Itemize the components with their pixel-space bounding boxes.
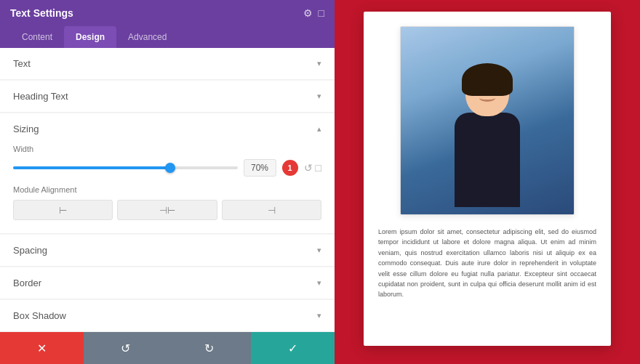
box-shadow-section-row[interactable]: Box Shadow ▾ bbox=[0, 300, 335, 332]
panel-body: Text ▾ Heading Text ▾ Sizing ▴ Width bbox=[0, 48, 335, 332]
panel-header: Text Settings ⚙ □ bbox=[0, 0, 335, 26]
page-preview: Lorem ipsum dolor sit amet, consectetur … bbox=[364, 12, 611, 346]
preview-image bbox=[400, 26, 575, 215]
align-right-icon: ⊣ bbox=[268, 205, 276, 216]
tab-content[interactable]: Content bbox=[10, 26, 64, 48]
width-slider[interactable] bbox=[13, 161, 238, 175]
box-shadow-label: Box Shadow bbox=[13, 310, 66, 321]
align-right-btn[interactable]: ⊣ bbox=[222, 200, 321, 220]
save-icon: ✓ bbox=[288, 341, 297, 355]
cancel-icon: ✕ bbox=[37, 341, 47, 355]
face-detail bbox=[473, 84, 502, 102]
undo-icon: ↺ bbox=[121, 341, 130, 355]
chevron-down-icon-4: ▾ bbox=[317, 278, 321, 288]
person-head bbox=[465, 69, 509, 116]
chevron-down-icon-2: ▾ bbox=[317, 92, 321, 101]
smile bbox=[479, 94, 495, 102]
chevron-down-icon-5: ▾ bbox=[317, 311, 321, 320]
cancel-button[interactable]: ✕ bbox=[0, 332, 84, 364]
sizing-section: Sizing ▴ Width 70% 1 ↺ □ bbox=[0, 113, 335, 234]
align-left-icon: ⊢ bbox=[59, 205, 67, 216]
eyes bbox=[473, 84, 502, 89]
panel-footer: ✕ ↺ ↻ ✓ bbox=[0, 332, 335, 364]
expand-icon[interactable]: □ bbox=[319, 7, 324, 19]
text-section-row[interactable]: Text ▾ bbox=[0, 48, 335, 80]
width-row: 70% 1 ↺ □ bbox=[13, 159, 321, 177]
preview-photo bbox=[401, 27, 574, 214]
preview-body-text: Lorem ipsum dolor sit amet, consectetur … bbox=[378, 227, 596, 300]
width-label: Width bbox=[13, 145, 321, 153]
sizing-header[interactable]: Sizing ▴ bbox=[13, 124, 321, 134]
heading-text-section-row[interactable]: Heading Text ▾ bbox=[0, 81, 335, 113]
width-value[interactable]: 70% bbox=[244, 159, 276, 177]
width-icons: ↺ □ bbox=[304, 162, 321, 174]
chevron-down-icon-3: ▾ bbox=[317, 246, 321, 255]
alignment-options: ⊢ ⊣⊢ ⊣ bbox=[13, 200, 321, 220]
panel-tabs: Content Design Advanced bbox=[0, 26, 335, 48]
sizing-label: Sizing bbox=[13, 124, 39, 134]
chevron-down-icon: ▾ bbox=[317, 59, 321, 68]
module-alignment-label: Module Alignment bbox=[13, 185, 321, 194]
spacing-label: Spacing bbox=[13, 245, 47, 256]
panel-title: Text Settings bbox=[10, 7, 73, 19]
eye-left bbox=[473, 84, 480, 89]
reset-icon[interactable]: ↺ bbox=[304, 162, 313, 174]
redo-button[interactable]: ↻ bbox=[167, 332, 251, 364]
person-body bbox=[455, 113, 520, 207]
preview-text-block: Lorem ipsum dolor sit amet, consectetur … bbox=[364, 215, 611, 312]
heading-text-label: Heading Text bbox=[13, 91, 68, 102]
text-label: Text bbox=[13, 58, 31, 69]
border-section-row[interactable]: Border ▾ bbox=[0, 267, 335, 299]
slider-thumb[interactable] bbox=[165, 163, 175, 173]
align-left-btn[interactable]: ⊢ bbox=[13, 200, 113, 220]
undo-button[interactable]: ↺ bbox=[84, 332, 167, 364]
save-button[interactable]: ✓ bbox=[251, 332, 335, 364]
slider-fill bbox=[13, 166, 170, 169]
spacing-section-row[interactable]: Spacing ▾ bbox=[0, 235, 335, 267]
width-badge: 1 bbox=[282, 160, 298, 176]
eye-right bbox=[495, 84, 502, 89]
device-icon[interactable]: □ bbox=[316, 162, 321, 174]
slider-track bbox=[13, 166, 238, 169]
align-center-btn[interactable]: ⊣⊢ bbox=[117, 200, 217, 220]
header-icons: ⚙ □ bbox=[303, 7, 324, 19]
tab-advanced[interactable]: Advanced bbox=[116, 26, 178, 48]
chevron-up-icon: ▴ bbox=[317, 124, 321, 134]
preview-area: Lorem ipsum dolor sit amet, consectetur … bbox=[335, 0, 640, 364]
settings-icon[interactable]: ⚙ bbox=[303, 7, 313, 19]
tab-design[interactable]: Design bbox=[64, 26, 116, 48]
person-silhouette bbox=[436, 69, 538, 214]
redo-icon: ↻ bbox=[204, 341, 214, 355]
align-center-icon: ⊣⊢ bbox=[159, 205, 175, 216]
border-label: Border bbox=[13, 278, 41, 288]
settings-panel: Text Settings ⚙ □ Content Design Advance… bbox=[0, 0, 335, 364]
